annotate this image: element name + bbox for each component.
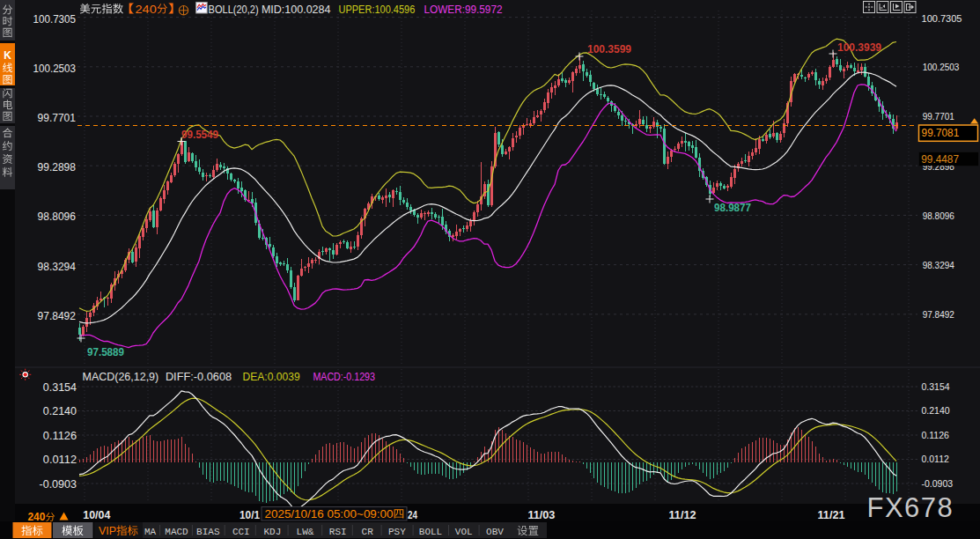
svg-text:100.7305: 100.7305 xyxy=(33,12,77,26)
svg-text:100.2503: 100.2503 xyxy=(923,63,960,72)
svg-text:99.7081: 99.7081 xyxy=(922,126,960,139)
svg-text:98.3294: 98.3294 xyxy=(923,261,955,270)
svg-text:-0.0903: -0.0903 xyxy=(40,477,77,491)
svg-text:10/1: 10/1 xyxy=(239,508,260,521)
svg-text:240: 240 xyxy=(136,4,158,16)
svg-text:0.3154: 0.3154 xyxy=(922,381,950,392)
svg-text:98.9877: 98.9877 xyxy=(714,201,751,214)
svg-text:0.0112: 0.0112 xyxy=(922,454,949,464)
svg-text:0.1126: 0.1126 xyxy=(922,430,949,440)
svg-text:LOWER:99.5972: LOWER:99.5972 xyxy=(424,4,503,16)
svg-text:0.2140: 0.2140 xyxy=(43,404,77,417)
svg-text:DEA:0.0039: DEA:0.0039 xyxy=(243,370,300,383)
svg-text:98.8096: 98.8096 xyxy=(38,210,77,223)
svg-text:MID:100.0284: MID:100.0284 xyxy=(262,4,331,16)
svg-text:99.4487: 99.4487 xyxy=(921,152,959,166)
svg-text:BIAS: BIAS xyxy=(196,527,220,537)
svg-text:FX678: FX678 xyxy=(867,492,954,523)
svg-text:-0.0903: -0.0903 xyxy=(922,478,954,489)
svg-text:0.2140: 0.2140 xyxy=(922,405,950,416)
svg-text:KDJ: KDJ xyxy=(264,527,282,537)
svg-text:K: K xyxy=(4,49,11,62)
svg-text:0.3154: 0.3154 xyxy=(43,380,77,394)
svg-text:MA: MA xyxy=(144,527,157,537)
svg-text:PSY: PSY xyxy=(388,527,406,537)
svg-text:100.7305: 100.7305 xyxy=(922,13,962,24)
svg-text:97.5889: 97.5889 xyxy=(87,345,124,358)
svg-text:RSI: RSI xyxy=(329,527,347,537)
svg-text:CCI: CCI xyxy=(232,527,250,537)
svg-text:99.7701: 99.7701 xyxy=(38,111,77,124)
svg-text:OBV: OBV xyxy=(486,527,504,537)
svg-text:UPPER:100.4596: UPPER:100.4596 xyxy=(339,4,416,16)
svg-text:99.2898: 99.2898 xyxy=(38,160,77,174)
svg-text:0.0112: 0.0112 xyxy=(43,453,77,466)
svg-text:11/03: 11/03 xyxy=(527,508,555,521)
svg-text:BOLL: BOLL xyxy=(419,527,442,537)
svg-text:VOL: VOL xyxy=(455,527,473,537)
svg-text:97.8492: 97.8492 xyxy=(38,309,77,322)
svg-text:DIFF:-0.0608: DIFF:-0.0608 xyxy=(166,370,232,383)
svg-text:99.5549: 99.5549 xyxy=(181,128,218,141)
svg-text:CR: CR xyxy=(362,527,374,537)
svg-text:VIP: VIP xyxy=(99,525,116,537)
svg-text:BOLL(20,2): BOLL(20,2) xyxy=(209,4,259,16)
svg-text:MACD: MACD xyxy=(165,527,188,537)
svg-text:100.2503: 100.2503 xyxy=(33,62,77,75)
svg-text:2025/10/16 05:00~09:00: 2025/10/16 05:00~09:00 xyxy=(265,507,394,521)
svg-text:99.7701: 99.7701 xyxy=(923,112,955,122)
svg-text:98.3294: 98.3294 xyxy=(38,260,77,273)
svg-text:LW&: LW& xyxy=(297,527,314,537)
svg-text:MACD:-0.1293: MACD:-0.1293 xyxy=(313,370,375,383)
svg-text:10/04: 10/04 xyxy=(83,508,111,521)
svg-text:98.8096: 98.8096 xyxy=(923,211,955,221)
svg-text:11/21: 11/21 xyxy=(818,508,845,521)
svg-text:11/12: 11/12 xyxy=(669,508,696,521)
svg-text:100.3599: 100.3599 xyxy=(587,42,631,55)
svg-text:MACD(26,12,9): MACD(26,12,9) xyxy=(83,370,159,383)
svg-text:240: 240 xyxy=(27,511,45,523)
svg-text:0.1126: 0.1126 xyxy=(43,429,77,442)
svg-text:97.8492: 97.8492 xyxy=(923,310,955,320)
svg-text:100.3939: 100.3939 xyxy=(837,41,881,54)
svg-text:24: 24 xyxy=(408,508,418,521)
